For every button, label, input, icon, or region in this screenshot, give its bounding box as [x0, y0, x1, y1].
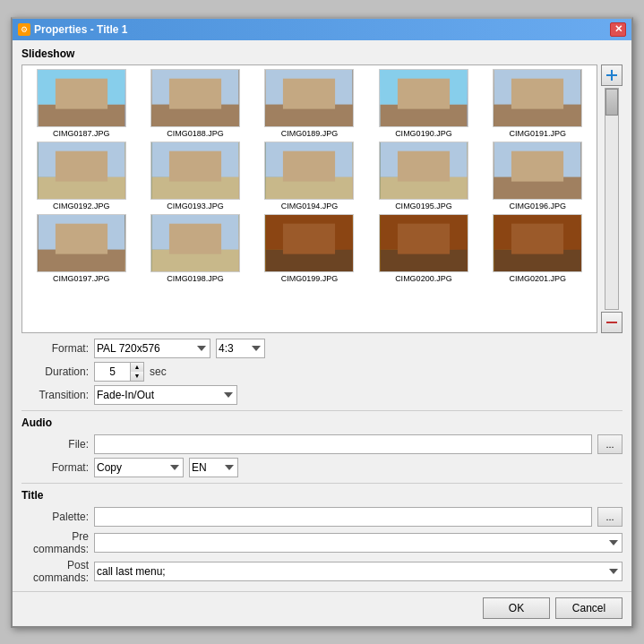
image-thumb	[37, 142, 126, 200]
spinner-down-button[interactable]: ▼	[131, 372, 143, 381]
list-item[interactable]: CIMG0198.JPG	[140, 214, 250, 283]
app-icon: ⚙	[18, 23, 30, 36]
image-thumb	[37, 214, 126, 272]
duration-spinner: ▲ ▼	[94, 362, 144, 382]
spinner-buttons: ▲ ▼	[130, 362, 144, 382]
dialog-footer: OK Cancel	[13, 591, 631, 626]
list-item[interactable]: CIMG0189.JPG	[254, 69, 365, 138]
palette-browse-button[interactable]: ...	[597, 507, 623, 527]
image-thumb	[150, 214, 240, 272]
spinner-up-button[interactable]: ▲	[131, 363, 143, 372]
audio-file-browse-button[interactable]: ...	[597, 434, 623, 454]
image-filename: CIMG0200.JPG	[395, 274, 452, 283]
audio-format-label: Format:	[21, 461, 89, 474]
image-filename: CIMG0196.JPG	[510, 202, 567, 210]
palette-input[interactable]	[94, 507, 592, 527]
svg-rect-26	[398, 150, 450, 181]
svg-rect-11	[398, 78, 450, 108]
image-filename: CIMG0198.JPG	[167, 274, 224, 283]
svg-rect-20	[169, 150, 221, 181]
list-item[interactable]: CIMG0193.JPG	[140, 142, 250, 210]
image-thumb	[150, 142, 240, 200]
image-thumb	[150, 69, 240, 127]
svg-rect-23	[283, 150, 335, 181]
list-item[interactable]: CIMG0187.JPG	[26, 69, 136, 138]
audio-format-select[interactable]: Copy MP3 AAC	[94, 458, 184, 477]
ratio-select[interactable]: 4:3 16:9	[216, 339, 265, 358]
ok-button[interactable]: OK	[483, 597, 550, 619]
audio-lang-select[interactable]: EN FR DE	[189, 458, 238, 477]
image-thumb	[264, 69, 354, 127]
format-select[interactable]: PAL 720x576	[94, 339, 210, 358]
transition-label: Transition:	[21, 389, 89, 401]
svg-rect-47	[606, 322, 617, 323]
image-thumb	[264, 214, 354, 272]
scrollbar-track[interactable]	[605, 88, 619, 310]
dialog-content: Slideshow CIMG0187.JPGCIMG0188.JPGCIMG01…	[13, 40, 631, 591]
duration-input[interactable]	[94, 362, 130, 382]
pre-commands-label: Pre commands:	[21, 530, 89, 555]
audio-file-row: File: ...	[21, 434, 623, 454]
add-image-button[interactable]	[601, 64, 623, 86]
image-filename: CIMG0201.JPG	[510, 274, 567, 283]
list-item[interactable]: CIMG0197.JPG	[26, 214, 136, 283]
image-thumb	[493, 214, 582, 272]
dialog-window: ⚙ Properties - Title 1 ✕ Slideshow CIMG0…	[11, 17, 633, 628]
svg-rect-32	[56, 223, 107, 253]
post-commands-label: Post commands:	[21, 559, 89, 584]
image-thumb	[379, 69, 468, 127]
list-item[interactable]: CIMG0191.JPG	[483, 69, 593, 138]
palette-label: Palette:	[21, 511, 89, 523]
image-thumb	[379, 214, 468, 272]
svg-rect-8	[283, 78, 335, 108]
list-item[interactable]: CIMG0190.JPG	[368, 69, 478, 138]
list-item[interactable]: CIMG0196.JPG	[483, 142, 593, 210]
svg-rect-41	[398, 223, 450, 253]
image-filename: CIMG0199.JPG	[281, 274, 339, 283]
list-item[interactable]: CIMG0200.JPG	[368, 214, 478, 283]
audio-section: File: ... Format: Copy MP3 AAC EN FR DE	[21, 434, 623, 477]
post-commands-row: Post commands: call last menu;	[21, 559, 623, 584]
audio-format-row: Format: Copy MP3 AAC EN FR DE	[21, 458, 623, 477]
image-filename: CIMG0189.JPG	[281, 129, 339, 138]
image-filename: CIMG0188.JPG	[167, 129, 224, 138]
palette-row: Palette: ...	[21, 507, 623, 527]
image-filename: CIMG0195.JPG	[395, 202, 452, 210]
audio-file-input[interactable]	[94, 434, 592, 454]
list-item[interactable]: CIMG0192.JPG	[26, 142, 136, 210]
slideshow-area: CIMG0187.JPGCIMG0188.JPGCIMG0189.JPGCIMG…	[21, 64, 623, 333]
svg-rect-14	[511, 78, 563, 108]
svg-rect-5	[169, 78, 221, 108]
transition-select[interactable]: Fade-In/Out None Wipe Dissolve	[94, 385, 237, 405]
post-commands-select[interactable]: call last menu;	[94, 562, 623, 581]
svg-rect-17	[56, 150, 107, 181]
list-item[interactable]: CIMG0194.JPG	[254, 142, 365, 210]
duration-label: Duration:	[21, 365, 89, 378]
image-filename: CIMG0197.JPG	[53, 274, 110, 283]
list-item[interactable]: CIMG0195.JPG	[368, 142, 478, 210]
image-grid-container[interactable]: CIMG0187.JPGCIMG0188.JPGCIMG0189.JPGCIMG…	[21, 64, 597, 333]
list-item[interactable]: CIMG0199.JPG	[254, 214, 365, 283]
divider-2	[21, 483, 623, 484]
list-item[interactable]: CIMG0188.JPG	[140, 69, 250, 138]
image-grid: CIMG0187.JPGCIMG0188.JPGCIMG0189.JPGCIMG…	[26, 69, 593, 283]
audio-file-label: File:	[21, 438, 89, 451]
close-button[interactable]: ✕	[610, 22, 626, 37]
remove-image-button[interactable]	[601, 312, 623, 333]
svg-rect-44	[511, 223, 563, 253]
image-filename: CIMG0192.JPG	[53, 202, 110, 210]
title-bar: ⚙ Properties - Title 1 ✕	[13, 19, 631, 40]
cancel-button[interactable]: Cancel	[555, 597, 623, 619]
audio-label: Audio	[21, 416, 623, 429]
list-item[interactable]: CIMG0201.JPG	[483, 214, 593, 283]
pre-commands-select[interactable]	[94, 533, 623, 553]
format-row: Format: PAL 720x576 4:3 16:9	[21, 339, 623, 358]
window-title: Properties - Title 1	[34, 23, 127, 36]
svg-rect-46	[606, 74, 617, 76]
title-bar-left: ⚙ Properties - Title 1	[18, 23, 127, 36]
svg-rect-35	[169, 223, 221, 253]
image-thumb	[264, 142, 354, 200]
format-section: Format: PAL 720x576 4:3 16:9 Duration: ▲…	[21, 339, 623, 405]
format-label: Format:	[21, 342, 89, 355]
divider-1	[21, 410, 623, 411]
